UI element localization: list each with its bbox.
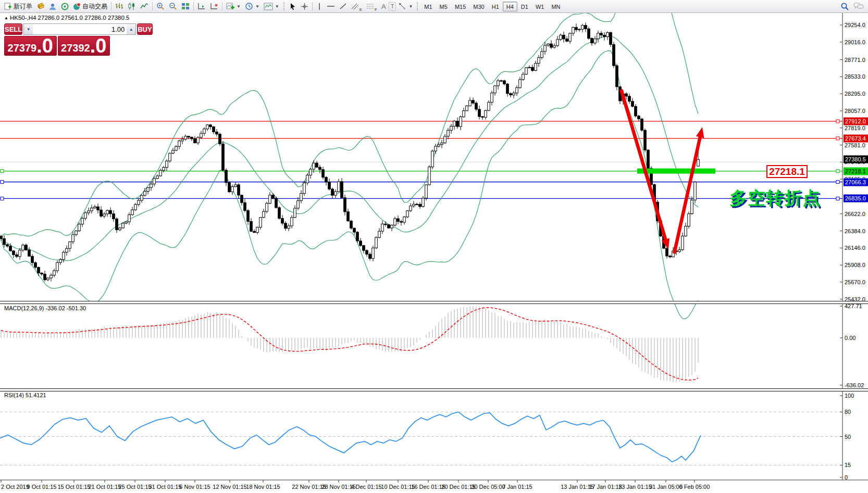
gold-package-icon bbox=[36, 3, 45, 10]
turning-point-annotation[interactable]: 多空转折点 bbox=[729, 186, 821, 210]
line-chart-button[interactable] bbox=[139, 1, 150, 12]
arrows-tool-button[interactable]: ▼ bbox=[397, 1, 414, 12]
cursor-icon bbox=[289, 3, 296, 10]
panel-splitter-rsi[interactable] bbox=[0, 388, 868, 391]
sell-button[interactable]: SELL bbox=[4, 23, 22, 35]
timeframes-button[interactable]: ▼ bbox=[243, 1, 261, 12]
channel-tool-button[interactable]: E bbox=[350, 1, 364, 12]
zoom-in-icon bbox=[156, 2, 165, 10]
toolbar-separator bbox=[152, 2, 153, 11]
zoom-out-icon bbox=[169, 2, 177, 10]
templates-button[interactable]: ▼ bbox=[262, 1, 281, 12]
timeframe-M30[interactable]: M30 bbox=[469, 2, 488, 11]
label-tool-button: T bbox=[389, 2, 396, 11]
timeframe-W1[interactable]: W1 bbox=[532, 2, 548, 11]
auto-scroll-icon bbox=[197, 3, 206, 10]
timeframe-M15[interactable]: M15 bbox=[451, 2, 469, 11]
sell-price-fraction: .0 bbox=[36, 37, 53, 55]
volume-input[interactable] bbox=[33, 24, 127, 34]
one-click-trading-panel: SELL ▼ ▲ BUY 27379.0 27392.0 bbox=[4, 23, 110, 56]
volume-stepper: ▼ ▲ bbox=[23, 23, 136, 35]
macd-panel bbox=[1, 306, 698, 382]
toolbar-separator bbox=[222, 2, 222, 11]
candlestick-chart-icon bbox=[128, 3, 136, 10]
search-button[interactable] bbox=[839, 1, 851, 12]
chat-button[interactable] bbox=[852, 1, 865, 12]
zoom-in-button[interactable] bbox=[155, 1, 166, 12]
symbol-ohlc-text: HK50-,H4 27286.0 27561.0 27286.0 27380.5 bbox=[10, 15, 130, 21]
macd-indicator-label: MACD(12,26,9) -336.02 -501.30 bbox=[4, 305, 86, 311]
auto-trading-icon bbox=[73, 3, 81, 10]
timeframe-D1[interactable]: D1 bbox=[517, 2, 532, 11]
channel-icon bbox=[351, 3, 359, 10]
toolbar-separator bbox=[111, 2, 111, 11]
text-tool-button[interactable]: A bbox=[380, 1, 388, 12]
volume-increase-button[interactable]: ▲ bbox=[127, 24, 135, 34]
new-order-button[interactable]: 新订单 bbox=[3, 1, 34, 12]
candles bbox=[0, 22, 699, 282]
timeframe-M1[interactable]: M1 bbox=[420, 2, 436, 11]
dropdown-caret-icon: ▼ bbox=[275, 4, 279, 9]
chart-shift-button[interactable] bbox=[208, 1, 220, 12]
signal-icon bbox=[61, 3, 69, 10]
timeframe-H1[interactable]: H1 bbox=[488, 2, 503, 11]
search-icon bbox=[840, 2, 849, 11]
channel-letter: E bbox=[359, 7, 362, 12]
dropdown-caret-icon: ▼ bbox=[255, 4, 259, 9]
buy-price-fraction: .0 bbox=[90, 37, 107, 55]
buy-button[interactable]: BUY bbox=[137, 23, 152, 35]
sell-price-display[interactable]: 27379.0 bbox=[4, 36, 57, 56]
horizontal-line-icon bbox=[327, 3, 335, 10]
cursor-tool-button[interactable] bbox=[288, 1, 298, 12]
timeframe-group: M1M5M15M30H1H4D1W1MN bbox=[420, 2, 564, 11]
auto-trading-label: 自动交易 bbox=[82, 2, 107, 11]
rsi-panel bbox=[0, 412, 842, 465]
tile-windows-button[interactable] bbox=[180, 1, 191, 12]
fibonacci-tool-button[interactable]: F bbox=[365, 1, 379, 12]
trading-terminal-window: 新订单 自动交易 bbox=[0, 0, 868, 493]
template-icon bbox=[264, 3, 273, 10]
trendline-icon bbox=[339, 3, 347, 10]
line-chart-icon bbox=[140, 3, 148, 10]
buy-price-display[interactable]: 27392.0 bbox=[58, 36, 110, 56]
toolbar-grip[interactable] bbox=[283, 2, 285, 10]
chat-icon bbox=[853, 2, 864, 10]
volume-decrease-button[interactable]: ▼ bbox=[24, 24, 33, 34]
trendline-tool-button[interactable] bbox=[338, 1, 349, 12]
fibonacci-letter: F bbox=[375, 7, 377, 12]
crosshair-icon bbox=[301, 3, 308, 10]
profile-icon bbox=[49, 3, 57, 10]
signal-button[interactable] bbox=[59, 1, 70, 12]
deposit-button[interactable] bbox=[35, 1, 46, 12]
bar-chart-button[interactable] bbox=[114, 1, 125, 12]
new-order-label: 新订单 bbox=[14, 2, 32, 11]
chart-canvas[interactable] bbox=[0, 0, 868, 493]
horizontal-line-tool-button[interactable] bbox=[325, 1, 337, 12]
indicators-button[interactable]: ▼ bbox=[225, 1, 242, 12]
rsi-indicator-label: RSI(14) 51.4121 bbox=[4, 392, 46, 398]
dropdown-caret-icon: ▼ bbox=[408, 4, 413, 9]
tile-windows-icon bbox=[181, 3, 190, 10]
bar-chart-icon bbox=[115, 3, 123, 10]
zoom-out-button[interactable] bbox=[167, 1, 179, 12]
collapse-triangle-icon[interactable]: ▲ bbox=[4, 16, 8, 20]
timeframe-M5[interactable]: M5 bbox=[436, 2, 451, 11]
chart-shift-icon bbox=[210, 3, 218, 10]
panel-splitter-macd[interactable] bbox=[0, 301, 868, 304]
vertical-line-tool-button[interactable] bbox=[315, 1, 324, 12]
new-order-icon bbox=[4, 3, 12, 10]
timeframe-MN[interactable]: MN bbox=[548, 2, 564, 11]
support-price-annotation[interactable]: 27218.1 bbox=[766, 165, 808, 178]
crosshair-tool-button[interactable] bbox=[299, 1, 310, 12]
toolbar-grip[interactable] bbox=[417, 2, 418, 10]
auto-trading-button[interactable]: 自动交易 bbox=[71, 1, 109, 12]
support-highlight-bar[interactable] bbox=[637, 169, 715, 174]
profile-button[interactable] bbox=[47, 1, 58, 12]
indicators-icon bbox=[226, 3, 234, 10]
buy-price-main: 27392 bbox=[61, 41, 90, 55]
auto-scroll-button[interactable] bbox=[196, 1, 207, 12]
timeframe-H4[interactable]: H4 bbox=[503, 2, 517, 11]
toolbar-separator bbox=[193, 2, 194, 11]
fibonacci-icon bbox=[366, 3, 374, 10]
candlestick-chart-button[interactable] bbox=[126, 1, 138, 12]
